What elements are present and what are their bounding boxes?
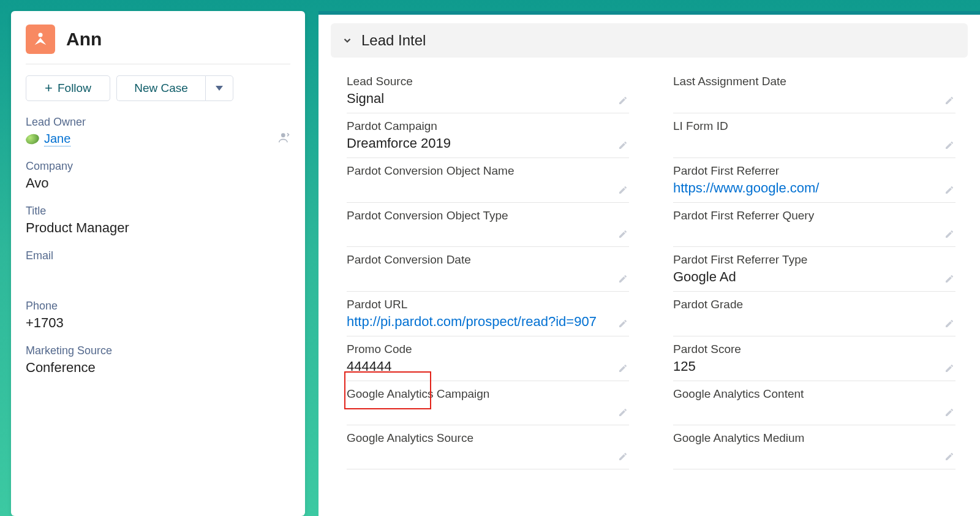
edit-pencil-icon[interactable] xyxy=(618,229,628,239)
new-case-label: New Case xyxy=(134,82,188,95)
detail-label: Pardot First Referrer xyxy=(673,164,956,178)
lead-header: Ann xyxy=(26,25,290,64)
edit-pencil-icon[interactable] xyxy=(944,185,954,195)
detail-label: Google Analytics Source xyxy=(347,431,629,445)
detail-label: Last Assignment Date xyxy=(673,75,956,88)
fields-grid: Lead SourceSignalLast Assignment DatePar… xyxy=(318,58,980,469)
detail-value: Dreamforce 2019 xyxy=(347,135,629,151)
detail-label: Pardot Conversion Object Type xyxy=(347,209,629,222)
action-row: + Follow New Case xyxy=(26,64,290,116)
field-marketing-source: Marketing Source Conference xyxy=(26,344,290,376)
detail-field: Lead SourceSignal xyxy=(347,69,629,113)
section-title: Lead Intel xyxy=(361,32,426,49)
detail-field: Pardot First Referrer Query xyxy=(673,203,956,247)
detail-field: Pardot First Referrer TypeGoogle Ad xyxy=(673,247,956,292)
lead-summary-card: Ann + Follow New Case Lead Owner J xyxy=(11,11,305,516)
detail-label: Google Analytics Campaign xyxy=(347,387,629,401)
new-case-group: New Case xyxy=(116,75,233,101)
marketing-source-value: Conference xyxy=(26,360,290,376)
chevron-down-icon xyxy=(342,35,353,46)
edit-pencil-icon[interactable] xyxy=(618,319,628,328)
more-actions-button[interactable] xyxy=(205,75,233,101)
edit-pencil-icon[interactable] xyxy=(618,452,628,461)
new-case-button[interactable]: New Case xyxy=(116,75,205,101)
field-lead-owner: Lead Owner Jane xyxy=(26,116,290,146)
detail-value: Signal xyxy=(347,91,629,107)
field-title: Title Product Manager xyxy=(26,205,290,236)
detail-value: Google Ad xyxy=(673,269,956,285)
detail-field: Pardot First Referrerhttps://www.google.… xyxy=(673,158,956,203)
detail-value[interactable]: http://pi.pardot.com/prospect/read?id=90… xyxy=(347,314,629,330)
detail-field: Pardot Conversion Date xyxy=(347,247,629,292)
detail-field: Google Analytics Source xyxy=(347,425,629,469)
detail-value: 125 xyxy=(673,359,956,374)
detail-value[interactable]: https://www.google.com/ xyxy=(673,180,956,196)
phone-label: Phone xyxy=(26,300,290,313)
svg-point-1 xyxy=(281,133,285,137)
follow-button[interactable]: + Follow xyxy=(26,75,110,101)
field-email: Email xyxy=(26,249,290,286)
title-value: Product Manager xyxy=(26,220,290,236)
caret-down-icon xyxy=(216,86,223,91)
lead-intel-panel: Lead Intel Lead SourceSignalLast Assignm… xyxy=(318,11,980,516)
edit-pencil-icon[interactable] xyxy=(944,229,954,239)
edit-pencil-icon[interactable] xyxy=(618,408,628,417)
edit-pencil-icon[interactable] xyxy=(944,140,954,150)
detail-field: LI Form ID xyxy=(673,113,956,158)
edit-pencil-icon[interactable] xyxy=(618,185,628,195)
title-label: Title xyxy=(26,205,290,218)
edit-pencil-icon[interactable] xyxy=(618,96,628,105)
edit-pencil-icon[interactable] xyxy=(618,274,628,284)
company-label: Company xyxy=(26,160,290,173)
detail-label: Google Analytics Medium xyxy=(673,431,956,445)
detail-label: Google Analytics Content xyxy=(673,387,956,401)
change-owner-icon[interactable] xyxy=(278,131,290,146)
detail-label: Pardot First Referrer Type xyxy=(673,253,956,267)
marketing-source-label: Marketing Source xyxy=(26,344,290,357)
detail-field: Google Analytics Campaign xyxy=(347,381,629,425)
detail-label: Promo Code xyxy=(347,343,629,356)
edit-pencil-icon[interactable] xyxy=(944,452,954,461)
lead-owner-label: Lead Owner xyxy=(26,116,290,129)
edit-pencil-icon[interactable] xyxy=(618,140,628,150)
field-phone: Phone +1703 xyxy=(26,300,290,331)
phone-value: +1703 xyxy=(26,315,290,331)
detail-label: Pardot URL xyxy=(347,298,629,311)
detail-field: Last Assignment Date xyxy=(673,69,956,113)
edit-pencil-icon[interactable] xyxy=(618,363,628,373)
edit-pencil-icon[interactable] xyxy=(944,96,954,105)
detail-field: Pardot Conversion Object Name xyxy=(347,158,629,203)
edit-pencil-icon[interactable] xyxy=(944,319,954,328)
detail-field: Pardot URLhttp://pi.pardot.com/prospect/… xyxy=(347,292,629,336)
detail-field: Pardot Conversion Object Type xyxy=(347,203,629,247)
detail-field: Pardot CampaignDreamforce 2019 xyxy=(347,113,629,158)
edit-pencil-icon[interactable] xyxy=(944,408,954,417)
svg-point-0 xyxy=(39,33,43,37)
detail-field: Pardot Score125 xyxy=(673,336,956,381)
lead-name: Ann xyxy=(66,29,102,50)
owner-avatar-icon xyxy=(24,132,40,145)
lead-icon xyxy=(26,25,55,54)
detail-field: Promo Code444444 xyxy=(347,336,629,381)
detail-label: Pardot Conversion Object Name xyxy=(347,164,629,178)
edit-pencil-icon[interactable] xyxy=(944,274,954,284)
field-company: Company Avo xyxy=(26,160,290,191)
follow-label: Follow xyxy=(58,82,91,95)
detail-label: Pardot Score xyxy=(673,343,956,356)
detail-label: LI Form ID xyxy=(673,120,956,133)
plus-icon: + xyxy=(45,80,53,96)
lead-owner-link[interactable]: Jane xyxy=(44,132,70,146)
detail-label: Pardot Conversion Date xyxy=(347,253,629,267)
section-header-lead-intel[interactable]: Lead Intel xyxy=(331,23,968,58)
company-value: Avo xyxy=(26,175,290,191)
detail-label: Pardot First Referrer Query xyxy=(673,209,956,222)
detail-value: 444444 xyxy=(347,359,629,374)
detail-label: Pardot Campaign xyxy=(347,120,629,133)
detail-field: Google Analytics Content xyxy=(673,381,956,425)
detail-label: Lead Source xyxy=(347,75,629,88)
email-label: Email xyxy=(26,249,290,262)
detail-field: Google Analytics Medium xyxy=(673,425,956,469)
detail-field: Pardot Grade xyxy=(673,292,956,336)
edit-pencil-icon[interactable] xyxy=(944,363,954,373)
detail-label: Pardot Grade xyxy=(673,298,956,311)
